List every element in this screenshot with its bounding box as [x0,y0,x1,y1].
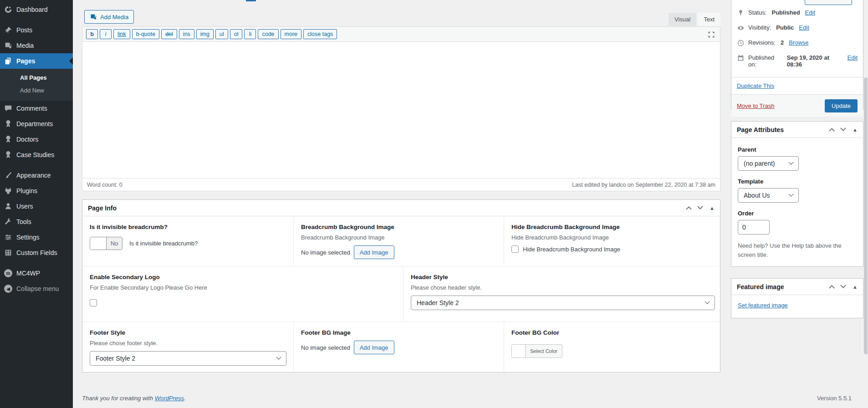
status-edit-link[interactable]: Edit [805,9,815,16]
header-style-select[interactable]: Header Style 2 [411,296,715,310]
order-label: Order [738,210,857,217]
scrollbar-thumb[interactable] [864,77,868,354]
qt-italic-button[interactable]: i [100,29,112,39]
set-featured-image-link[interactable]: Set featured image [738,302,788,309]
sidebar-item-appearance[interactable]: Appearance [0,168,73,183]
footer-thanks-text: Thank you for creating with [82,395,155,402]
page-info-header: Page Info ▲ [82,200,720,216]
preview-changes-button-partial[interactable] [805,0,852,5]
footer-style-select[interactable]: Footer Style 2 [90,351,286,366]
qt-ol-button[interactable]: ol [230,29,243,39]
sidebar-item-plugins[interactable]: Plugins [0,183,73,199]
fullscreen-icon[interactable] [707,31,715,39]
field-description: Breadcrumb Background Image [301,234,496,241]
wordpress-link[interactable]: WordPress [155,395,184,402]
published-value: Sep 19, 2020 at 08:36 [787,54,842,68]
revisions-label: Revisions: [748,39,776,46]
hide-breadcrumb-checkbox[interactable] [511,245,519,253]
qt-del-button[interactable]: del [161,29,177,39]
toggle-panel-icon[interactable]: ▲ [853,127,858,133]
qt-more-button[interactable]: more [281,29,301,39]
qt-img-button[interactable]: img [196,29,214,39]
sidebar-item-comments[interactable]: Comments [0,101,73,116]
table-icon [4,249,12,257]
sidebar-item-pages[interactable]: Pages [0,53,73,69]
qt-li-button[interactable]: li [244,29,256,39]
sidebar-item-label: Users [16,203,33,210]
pages-submenu: All Pages Add New [0,69,73,101]
qt-ins-button[interactable]: ins [179,29,194,39]
qt-close-tags-button[interactable]: close tags [303,29,337,39]
secondary-logo-checkbox[interactable] [90,299,97,306]
sidebar-item-posts[interactable]: Posts [0,22,73,38]
field-title: Header Style [411,274,715,280]
qt-code-button[interactable]: code [258,29,278,39]
sidebar-item-mc4wp[interactable]: m MC4WP [0,265,73,281]
editor-mode-tabs: Visual Text [669,13,720,26]
sidebar-item-doctors[interactable]: Doctors [0,132,73,147]
status-label: Status: [748,9,766,16]
field-title: Footer BG Image [301,329,496,336]
sidebar-item-tools[interactable]: Tools [0,214,73,230]
duplicate-this-link[interactable]: Duplicate This [737,82,774,89]
invisible-breadcrumb-toggle[interactable]: No [90,237,123,250]
qt-bold-button[interactable]: b [86,29,98,39]
field-description: Hide Breadcrumb Background Image [511,234,713,241]
calendar-icon [737,54,745,62]
order-input[interactable] [738,220,770,235]
no-image-text: No image selected [301,344,350,351]
collapse-icon: ◀ [4,285,12,293]
tab-text[interactable]: Text [698,13,720,26]
toggle-panel-icon[interactable]: ▲ [710,205,715,211]
sidebar-item-case-studies[interactable]: Case Studies [0,147,73,163]
revisions-browse-link[interactable]: Browse [789,39,808,46]
move-down-icon[interactable] [840,282,846,288]
tab-visual[interactable]: Visual [669,13,696,26]
move-to-trash-link[interactable]: Move to Trash [737,102,774,109]
sidebar-item-label: Tools [16,218,31,225]
featured-image-metabox: Featured image ▲ Set featured image [731,278,863,318]
page-attributes-body: Parent (no parent) Template About Us Ord… [731,138,863,266]
sidebar-item-custom-fields[interactable]: Custom Fields [0,245,73,260]
sidebar-item-settings[interactable]: Settings [0,230,73,245]
sidebar-item-label: Departments [16,120,53,128]
chevron-down-icon [788,160,793,165]
move-down-icon[interactable] [840,125,846,131]
move-up-icon[interactable] [686,206,692,212]
field-title: Enable Secondary Logo [90,274,396,280]
template-select[interactable]: About Us [738,188,799,203]
no-image-text: No image selected [301,249,350,256]
add-image-button[interactable]: Add Image [354,245,394,259]
update-button[interactable]: Update [825,99,858,112]
submenu-item-all-pages[interactable]: All Pages [0,71,73,84]
move-up-icon[interactable] [829,128,835,134]
content-editor: Add Media Visual Text b i link b-quote d… [82,6,720,191]
qt-blockquote-button[interactable]: b-quote [132,29,159,39]
right-sidebar: Status: Published Edit Visibility: Publi… [731,0,863,318]
qt-ul-button[interactable]: ul [215,29,228,39]
move-up-icon[interactable] [829,285,835,291]
move-down-icon[interactable] [697,204,703,209]
qt-link-button[interactable]: link [113,29,130,39]
select-color-button[interactable]: Select Color [511,344,562,358]
add-image-button[interactable]: Add Image [354,341,394,354]
page-attributes-metabox: Page Attributes ▲ Parent (no parent) Tem… [731,121,863,267]
page-info-metabox: Page Info ▲ Is it invisible breadcrumb? … [82,199,720,372]
sidebar-item-departments[interactable]: Departments [0,116,73,132]
sidebar-item-users[interactable]: Users [0,199,73,214]
sidebar-item-media[interactable]: Media [0,38,73,53]
parent-select[interactable]: (no parent) [738,156,799,171]
toggle-panel-icon[interactable]: ▲ [853,284,858,290]
add-media-button[interactable]: Add Media [84,10,134,24]
published-edit-link[interactable]: Edit [848,54,858,61]
page-info-row-3: Footer Style Please chose footer style. … [82,322,720,372]
visibility-edit-link[interactable]: Edit [799,24,809,31]
hide-breadcrumb-bg-field: Hide Breadcrumb Background Image Hide Br… [504,216,720,266]
scrollbar-track[interactable] [863,0,868,408]
submenu-item-add-new[interactable]: Add New [0,84,73,97]
content-textarea[interactable] [82,41,720,178]
parent-label: Parent [738,146,857,153]
sidebar-item-collapse-menu[interactable]: ◀ Collapse menu [0,281,73,296]
revisions-row: Revisions: 2 Browse [731,37,863,49]
sidebar-item-dashboard[interactable]: Dashboard [0,2,73,17]
